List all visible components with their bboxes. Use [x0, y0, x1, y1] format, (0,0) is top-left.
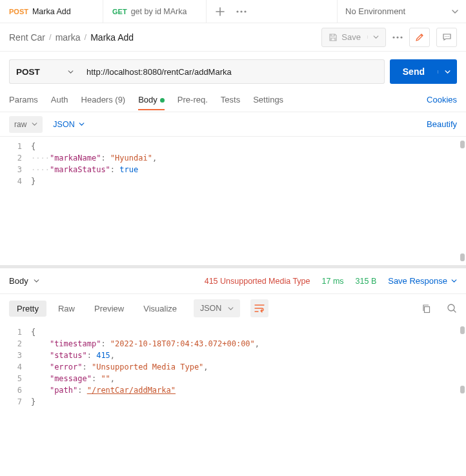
line-number: 7: [0, 396, 31, 408]
environment-select[interactable]: No Environment: [337, 0, 466, 23]
line-number: 4: [0, 175, 31, 187]
tab-body[interactable]: Body: [138, 90, 165, 110]
tab-tests[interactable]: Tests: [221, 90, 240, 110]
chevron-down-icon: [228, 307, 234, 310]
body-options-bar: raw JSON Beautify: [0, 112, 466, 137]
save-button[interactable]: Save: [321, 28, 386, 47]
chevron-down-icon[interactable]: [34, 279, 39, 283]
response-size: 315 B: [356, 277, 377, 286]
chevron-down-icon: [445, 70, 451, 74]
breadcrumb-sep: /: [85, 32, 87, 42]
response-body-viewer[interactable]: 1{ 2 "timestamp": "2022-10-18T07:04:43.0…: [0, 322, 466, 451]
scrollbar-thumb[interactable]: [460, 386, 465, 393]
search-icon: [447, 303, 457, 313]
tab-title: Marka Add: [32, 7, 71, 16]
chevron-down-icon: [32, 123, 37, 126]
new-tab-icon[interactable]: [216, 7, 225, 16]
open-tabs-bar: POST Marka Add GET get by id MArka No En…: [0, 0, 466, 23]
body-lang-value: JSON: [53, 120, 74, 129]
copy-button[interactable]: [421, 303, 431, 313]
request-tabs: Params Auth Headers (9) Body Pre-req. Te…: [0, 88, 466, 112]
send-dropdown[interactable]: [438, 70, 457, 74]
response-action-icons: [421, 303, 457, 313]
line-number: 5: [0, 373, 31, 384]
tab-marka-add[interactable]: POST Marka Add: [0, 0, 103, 23]
svg-point-0: [236, 10, 238, 12]
chevron-down-icon: [452, 10, 458, 14]
response-header: Body 415 Unsupported Media Type 17 ms 31…: [0, 268, 466, 294]
header-overflow-icon[interactable]: [392, 36, 403, 39]
save-dropdown[interactable]: [367, 35, 379, 39]
body-type-select[interactable]: raw: [9, 116, 43, 133]
response-status: 415 Unsupported Media Type: [205, 277, 310, 286]
send-label: Send: [390, 66, 438, 77]
breadcrumb-sep: /: [49, 32, 52, 42]
tab-method-badge: GET: [112, 8, 127, 15]
tab-get-by-id-marka[interactable]: GET get by id MArka: [103, 0, 207, 23]
svg-point-4: [396, 36, 398, 38]
scrollbar-thumb[interactable]: [460, 141, 465, 148]
breadcrumb-marka[interactable]: marka: [56, 32, 81, 43]
svg-point-7: [448, 304, 454, 311]
tab-auth[interactable]: Auth: [51, 90, 68, 110]
comment-button[interactable]: [436, 28, 457, 47]
request-body-editor[interactable]: 1{ 2····"markaName": "Hyundai", 3····"ma…: [0, 137, 466, 268]
svg-point-5: [400, 36, 402, 38]
save-icon: [329, 33, 338, 42]
response-view-tabs: Pretty Raw Preview Visualize JSON: [0, 294, 466, 322]
method-select[interactable]: POST: [9, 59, 80, 84]
resp-tab-pretty[interactable]: Pretty: [9, 301, 46, 317]
pencil-icon: [415, 32, 425, 42]
scrollbar-thumb[interactable]: [460, 253, 465, 261]
chevron-down-icon: [373, 35, 379, 39]
method-value: POST: [16, 67, 40, 77]
environment-label: No Environment: [345, 6, 405, 16]
response-lang-select[interactable]: JSON: [194, 299, 240, 317]
comment-icon: [442, 32, 452, 42]
svg-point-1: [240, 10, 242, 12]
search-button[interactable]: [447, 303, 457, 313]
line-number: 3: [0, 350, 31, 361]
save-response-link[interactable]: Save Response: [388, 276, 457, 286]
line-number: 6: [0, 384, 31, 396]
cookies-link[interactable]: Cookies: [427, 95, 457, 104]
copy-icon: [421, 304, 431, 313]
svg-point-3: [392, 36, 394, 38]
tab-body-label: Body: [138, 95, 157, 104]
chevron-down-icon: [79, 123, 85, 126]
url-input-group: POST: [9, 59, 385, 84]
response-lang-value: JSON: [200, 304, 221, 313]
resp-tab-preview[interactable]: Preview: [86, 301, 132, 317]
response-section-label[interactable]: Body: [9, 276, 28, 286]
svg-point-2: [244, 10, 246, 12]
line-number: 1: [0, 326, 31, 338]
tab-settings[interactable]: Settings: [253, 90, 283, 110]
tab-headers[interactable]: Headers (9): [81, 90, 126, 110]
beautify-link[interactable]: Beautify: [427, 119, 457, 129]
breadcrumb-current: Marka Add: [90, 32, 134, 43]
unsaved-dot-icon: [160, 98, 165, 103]
scrollbar-thumb[interactable]: [460, 326, 465, 334]
body-lang-select[interactable]: JSON: [53, 120, 84, 129]
header-row: Rent Car / marka / Marka Add Save: [0, 23, 466, 52]
edit-button[interactable]: [409, 28, 430, 47]
breadcrumb-rentcar[interactable]: Rent Car: [9, 32, 45, 43]
line-number: 2: [0, 152, 31, 164]
send-button[interactable]: Send: [390, 59, 457, 84]
tab-params[interactable]: Params: [9, 90, 38, 110]
wrap-lines-button[interactable]: [250, 299, 268, 317]
resp-tab-visualize[interactable]: Visualize: [136, 301, 185, 317]
line-number: 1: [0, 141, 31, 152]
save-response-label: Save Response: [388, 276, 447, 286]
save-controls: Save: [321, 28, 457, 47]
body-type-value: raw: [14, 120, 26, 129]
tab-overflow-icon[interactable]: [236, 10, 247, 13]
url-input[interactable]: [80, 59, 385, 84]
resp-tab-raw[interactable]: Raw: [50, 301, 83, 317]
svg-rect-6: [425, 306, 430, 312]
tab-prereq[interactable]: Pre-req.: [177, 90, 208, 110]
response-time: 17 ms: [322, 277, 344, 286]
line-number: 2: [0, 338, 31, 350]
line-number: 4: [0, 361, 31, 373]
chevron-down-icon: [68, 70, 74, 74]
